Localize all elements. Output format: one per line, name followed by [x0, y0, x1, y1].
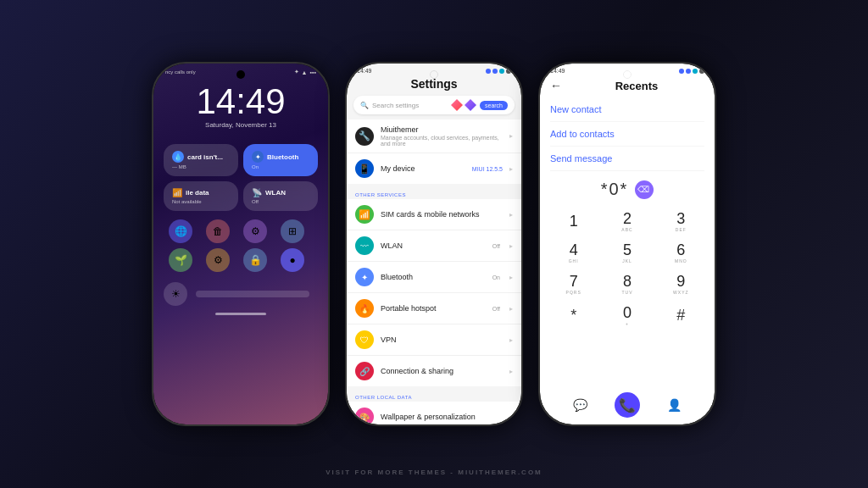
bluetooth-value: On: [492, 274, 500, 280]
miuithemer-label: Miuithemer: [381, 125, 503, 134]
ls-bt-sub: On: [252, 164, 309, 169]
connection-icon: 🔗: [355, 362, 374, 380]
miui-version: MIUI 12.5.5: [472, 166, 503, 172]
ls-controls-row1: 💧 card isn't... — MB ✦ Bluetooth On: [153, 136, 328, 176]
sim-icon: 📶: [355, 205, 374, 224]
numpad: 1 2 ABC 3 DEF 4 GHI 5 JKL: [540, 206, 715, 331]
vpn-arrow: ▸: [509, 336, 513, 344]
ls-wlan-label: WLAN: [265, 189, 286, 197]
r-dot3: [693, 69, 698, 74]
key-3[interactable]: 3 DEF: [654, 206, 708, 237]
key-0[interactable]: 0 +: [600, 300, 654, 331]
key-1[interactable]: 1: [547, 206, 600, 237]
lockscreen: ncy calls only ✦ ▲ ▪▪▪ 14:49 Saturday, N…: [153, 64, 328, 424]
key-7-sub: PQRS: [566, 290, 581, 295]
key-hash[interactable]: #: [654, 300, 708, 331]
ls-card-mobile[interactable]: 💧 card isn't... — MB: [164, 144, 238, 176]
settings-section-account: 🔧 Miuithemer Manage accounts, cloud serv…: [347, 119, 521, 184]
key-9[interactable]: 9 WXYZ: [654, 269, 708, 300]
wallpaper-label: Wallpaper & personalization: [381, 413, 503, 421]
call-button[interactable]: 📞: [615, 392, 640, 418]
miuithemer-icon: 🔧: [355, 127, 374, 146]
settings-status-icons: [486, 69, 511, 74]
search-magnifier-icon: 🔍: [360, 102, 369, 109]
ls-icon-7[interactable]: 🔒: [243, 248, 267, 272]
ls-card-label: card isn't...: [187, 153, 223, 161]
ls-brightness-slider[interactable]: [196, 291, 309, 297]
miuithemer-text: Miuithemer Manage accounts, cloud servic…: [381, 125, 503, 147]
hotspot-label: Portable hotspot: [381, 304, 486, 313]
ls-icon-1[interactable]: 🌐: [169, 219, 192, 243]
ls-icon-2[interactable]: 🗑: [206, 219, 230, 243]
ls-bottom-row: ☀: [153, 275, 328, 306]
sms-button[interactable]: 💬: [568, 392, 593, 418]
search-button[interactable]: search: [480, 101, 508, 110]
back-button[interactable]: ←: [550, 79, 562, 92]
ls-icon-8[interactable]: ●: [281, 248, 304, 272]
settings-item-bluetooth[interactable]: ✦ Bluetooth On ▸: [347, 262, 521, 293]
settings-item-sim[interactable]: 📶 SIM cards & mobile networks ▸: [347, 199, 521, 230]
logo-diamond-pink: [451, 99, 463, 111]
ls-wlan-sub: Off: [252, 199, 309, 204]
ls-icon-4[interactable]: ⊞: [281, 219, 304, 243]
bluetooth-arrow: ▸: [509, 274, 513, 281]
key-7-main: 7: [570, 274, 578, 289]
ls-carrier: ncy calls only: [165, 69, 196, 75]
ls-home-indicator: [215, 313, 266, 315]
miuithemer-sub: Manage accounts, cloud services, payment…: [381, 135, 503, 147]
key-8[interactable]: 8 TUV: [600, 269, 654, 300]
vpn-label: VPN: [381, 336, 503, 344]
ls-card-wlan[interactable]: 📡 WLAN Off: [243, 181, 318, 211]
r-dot4: [699, 69, 704, 74]
ls-card-data[interactable]: 📶 ile data Not available: [164, 181, 238, 211]
recent-send-message[interactable]: Send message: [550, 147, 704, 171]
dialer-status-icons: [679, 69, 704, 74]
hotspot-arrow: ▸: [509, 305, 513, 313]
ls-icon-5[interactable]: 🌱: [169, 248, 192, 272]
punch-hole-center: [430, 70, 438, 79]
search-placeholder-text: Search settings: [372, 102, 448, 109]
wallpaper-arrow: ▸: [509, 413, 513, 421]
sim-text: SIM cards & mobile networks: [381, 210, 503, 219]
punch-hole-left: [236, 70, 245, 79]
r-dot1: [679, 69, 684, 74]
key-star-main: *: [570, 308, 576, 323]
recent-new-contact[interactable]: New contact: [550, 97, 704, 122]
ls-icon-6[interactable]: ⚙: [206, 248, 230, 272]
delete-button[interactable]: ⌫: [635, 180, 654, 199]
settings-section-network: 📶 SIM cards & mobile networks ▸ 〰 WLAN O…: [347, 199, 521, 386]
key-6[interactable]: 6 MNO: [654, 237, 708, 269]
settings-item-miuithemer[interactable]: 🔧 Miuithemer Manage accounts, cloud serv…: [347, 119, 521, 153]
key-2-main: 2: [623, 211, 632, 226]
recent-add-contact[interactable]: Add to contacts: [550, 122, 704, 147]
settings-item-hotspot[interactable]: 🔥 Portable hotspot Off ▸: [347, 293, 521, 324]
contacts-button[interactable]: 👤: [661, 392, 687, 418]
phone-center: 14:49 Settings 🔍 Search settings search: [345, 62, 523, 426]
settings-item-device[interactable]: 📱 My device MIUI 12.5.5 ▸: [347, 153, 521, 184]
torch-button[interactable]: ☀: [164, 282, 187, 306]
hotspot-icon: 🔥: [355, 299, 374, 318]
bluetooth-settings-icon: ✦: [355, 268, 374, 286]
ls-data-sub: Not available: [172, 199, 230, 204]
settings-item-connection[interactable]: 🔗 Connection & sharing ▸: [347, 356, 521, 386]
key-4[interactable]: 4 GHI: [547, 237, 600, 269]
dot4: [506, 69, 511, 74]
phone-left: ncy calls only ✦ ▲ ▪▪▪ 14:49 Saturday, N…: [152, 62, 330, 426]
key-8-sub: TUV: [621, 290, 632, 295]
logo-diamond-purple: [465, 99, 476, 111]
key-star[interactable]: *: [547, 300, 600, 331]
settings-item-vpn[interactable]: 🛡 VPN ▸: [347, 324, 521, 356]
section-header-services: Other services: [347, 189, 521, 199]
key-2[interactable]: 2 ABC: [600, 206, 654, 237]
ls-data-label: ile data: [186, 189, 209, 197]
wlan-arrow: ▸: [509, 242, 513, 250]
settings-item-wallpaper[interactable]: 🎨 Wallpaper & personalization ▸: [347, 402, 521, 424]
key-7[interactable]: 7 PQRS: [547, 269, 600, 300]
ls-icon-3[interactable]: ⚙: [243, 219, 267, 243]
settings-search-bar[interactable]: 🔍 Search settings search: [353, 96, 515, 114]
wlan-label: WLAN: [381, 241, 486, 250]
ls-card-bluetooth[interactable]: ✦ Bluetooth On: [243, 144, 318, 176]
settings-item-wlan[interactable]: 〰 WLAN Off ▸: [347, 230, 521, 262]
search-logo-area: [451, 99, 476, 111]
key-5[interactable]: 5 JKL: [600, 237, 654, 269]
